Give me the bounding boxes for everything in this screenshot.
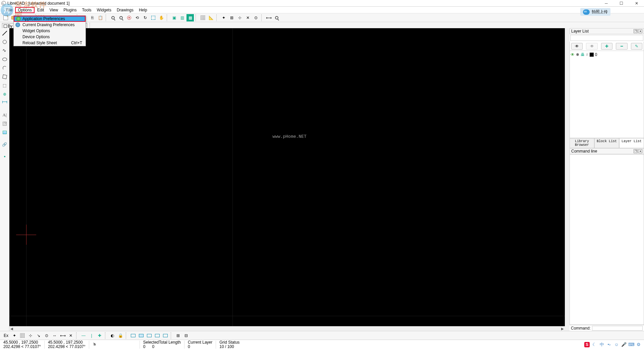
snap-center-button[interactable]: ⊙: [252, 14, 260, 21]
menu-device-options[interactable]: Device Options: [14, 34, 86, 40]
freeze-icon[interactable]: ❄: [576, 52, 579, 57]
curve-tool[interactable]: [1, 47, 8, 54]
layer-edit-button[interactable]: ✎: [631, 43, 642, 50]
panel-close-button[interactable]: ✕: [638, 29, 642, 33]
draft-button[interactable]: 📐: [207, 14, 215, 21]
tray-smile-icon[interactable]: ☺: [614, 342, 619, 347]
hatch-tool[interactable]: [1, 120, 8, 127]
horizontal-scrollbar[interactable]: ◀▶: [9, 326, 565, 331]
print-icon[interactable]: 🖶: [581, 52, 585, 57]
panel-float-button[interactable]: ❐: [634, 29, 638, 33]
text-tool[interactable]: A|: [1, 111, 8, 119]
restrict-ortho-icon[interactable]: ✚: [96, 332, 103, 339]
menu-reload-stylesheet[interactable]: Reload Style Sheet Ctrl+T: [14, 40, 86, 46]
snap-dist-button[interactable]: ⟷: [265, 14, 272, 21]
zoom-in-button[interactable]: [109, 14, 117, 21]
menu-drawings[interactable]: Drawings: [114, 7, 136, 13]
polyline-tool[interactable]: [1, 73, 8, 80]
grid-toggle-button[interactable]: [199, 14, 207, 21]
layer-hideall-button[interactable]: 👁: [586, 43, 597, 50]
tray-moon-icon[interactable]: ☾: [592, 342, 597, 347]
fullscreen-button[interactable]: ▣: [170, 14, 178, 21]
zoom-auto-button[interactable]: [125, 14, 133, 21]
window-2-icon[interactable]: [138, 332, 145, 339]
circle-tool[interactable]: [1, 38, 8, 46]
zoom-out-button[interactable]: [117, 14, 125, 21]
vertical-scrollbar[interactable]: [565, 28, 570, 326]
new-button[interactable]: [2, 14, 9, 21]
close-button[interactable]: ✕: [629, 0, 644, 7]
panel-close-button[interactable]: ✕: [638, 149, 642, 153]
tray-zh-icon[interactable]: 中: [599, 342, 604, 347]
paste-button[interactable]: 📋: [97, 14, 104, 21]
minimize-button[interactable]: ─: [599, 0, 614, 7]
block-tool[interactable]: 🔗: [1, 141, 8, 148]
zoom-prev-button[interactable]: ⟲: [133, 14, 141, 21]
ellipse-tool[interactable]: [1, 56, 8, 63]
select-tool[interactable]: ⬚: [1, 82, 8, 89]
zoom-redraw-button[interactable]: ↻: [142, 14, 149, 21]
window-4-icon[interactable]: [154, 332, 161, 339]
layer-showall-button[interactable]: 👁: [571, 43, 583, 50]
layer-add-button[interactable]: ✚: [601, 43, 612, 50]
layer-color-swatch[interactable]: [590, 53, 594, 57]
snap-middle-icon[interactable]: ↔: [51, 332, 58, 339]
menu-edit[interactable]: Edit: [35, 7, 47, 13]
window-1-icon[interactable]: [129, 332, 137, 339]
eye-icon[interactable]: 👁: [571, 52, 575, 57]
snap-dist-icon[interactable]: ⟷: [59, 332, 66, 339]
menu-help[interactable]: Help: [136, 7, 150, 13]
command-input[interactable]: [592, 326, 643, 331]
window-5-icon[interactable]: [162, 332, 169, 339]
tray-keyboard-icon[interactable]: ⌨: [629, 342, 634, 347]
tab-button[interactable]: ▥: [178, 14, 186, 21]
snap-intersect-icon[interactable]: ✕: [67, 332, 74, 339]
snap-grid-icon[interactable]: [19, 332, 26, 339]
zoom-pan-button[interactable]: ✋: [158, 14, 165, 21]
menu-plugins[interactable]: Plugins: [61, 7, 79, 13]
line-tool[interactable]: [1, 30, 8, 37]
point-tool[interactable]: [1, 153, 8, 160]
copy-button[interactable]: ⎘: [89, 14, 96, 21]
tab-library-browser[interactable]: Library Browser: [570, 138, 594, 148]
layer-filter-input[interactable]: [570, 35, 643, 41]
lock-relative-icon[interactable]: 🔒: [117, 332, 124, 339]
image-tool[interactable]: [1, 129, 8, 136]
modify-tool[interactable]: ⊕: [1, 91, 8, 98]
relative-zero-icon[interactable]: ◐: [109, 332, 116, 339]
construct-icon[interactable]: #: [586, 52, 588, 57]
measure-button[interactable]: [273, 14, 280, 21]
layer-row[interactable]: 👁 ❄ 🖶 # 0: [571, 52, 643, 58]
snap-ex-button[interactable]: Ex: [2, 332, 10, 339]
tray-mic-icon[interactable]: 🎤: [621, 342, 627, 347]
panel-float-button[interactable]: ❐: [634, 149, 638, 153]
snap-intersect-button[interactable]: ✕: [244, 14, 252, 21]
tab-layer-list[interactable]: Layer List: [619, 138, 644, 148]
menu-options[interactable]: Options: [15, 7, 34, 13]
cloud-upload-widget[interactable]: 拍照上传: [580, 8, 610, 16]
tray-punct-icon[interactable]: •›: [606, 342, 612, 347]
tray-sogou-icon[interactable]: S: [584, 342, 590, 347]
zoom-window-button[interactable]: [150, 14, 157, 21]
snap-center-icon[interactable]: ⊙: [43, 332, 50, 339]
menu-app-preferences[interactable]: Application Preferences: [14, 16, 86, 22]
snap-endpoint-icon[interactable]: ⊹: [27, 332, 34, 339]
dimension-tool[interactable]: [1, 99, 8, 107]
restrict-h-icon[interactable]: —: [80, 332, 87, 339]
arc-tool[interactable]: [1, 64, 8, 72]
window-3-icon[interactable]: [146, 332, 153, 339]
menu-widget-options[interactable]: Widget Options: [14, 28, 86, 34]
add-view-button[interactable]: ▦: [186, 14, 194, 21]
maximize-button[interactable]: ☐: [614, 0, 629, 7]
menu-file[interactable]: File: [3, 7, 15, 13]
tray-settings-icon[interactable]: ⚙: [636, 342, 641, 347]
snap-free-icon[interactable]: ✦: [11, 332, 18, 339]
drawing-canvas[interactable]: www.pHome.NET: [9, 28, 570, 326]
menu-widgets[interactable]: Widgets: [94, 7, 114, 13]
layer-remove-button[interactable]: ━: [616, 43, 627, 50]
add-block-icon[interactable]: ⊞: [174, 332, 182, 339]
menu-tools[interactable]: Tools: [79, 7, 94, 13]
snap-free-button[interactable]: ✦: [220, 14, 227, 21]
snap-end-button[interactable]: ⊹: [236, 14, 244, 21]
snap-grid-button[interactable]: ⊞: [228, 14, 235, 21]
